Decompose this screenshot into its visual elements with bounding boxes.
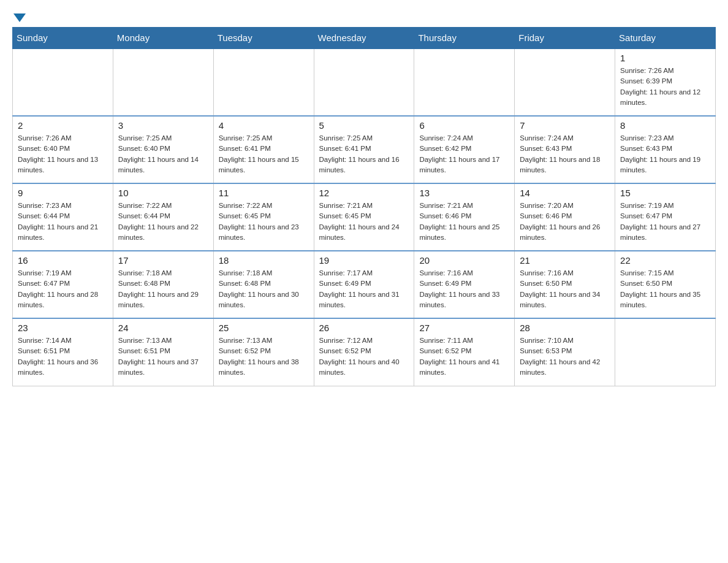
- day-info: Sunrise: 7:12 AMSunset: 6:52 PMDaylight:…: [319, 335, 409, 378]
- calendar-cell: 10Sunrise: 7:22 AMSunset: 6:44 PMDayligh…: [113, 183, 213, 251]
- weekday-header-monday: Monday: [113, 28, 213, 49]
- weekday-header-tuesday: Tuesday: [213, 28, 314, 49]
- week-row-2: 2Sunrise: 7:26 AMSunset: 6:40 PMDaylight…: [13, 116, 716, 183]
- calendar-cell: 15Sunrise: 7:19 AMSunset: 6:47 PMDayligh…: [615, 183, 716, 251]
- calendar-cell: 1Sunrise: 7:26 AMSunset: 6:39 PMDaylight…: [615, 48, 716, 116]
- day-number: 1: [620, 53, 710, 63]
- day-info: Sunrise: 7:13 AMSunset: 6:52 PMDaylight:…: [219, 335, 309, 378]
- day-number: 13: [419, 188, 509, 198]
- calendar-cell: 27Sunrise: 7:11 AMSunset: 6:52 PMDayligh…: [414, 318, 515, 386]
- day-info: Sunrise: 7:25 AMSunset: 6:40 PMDaylight:…: [118, 133, 208, 175]
- week-row-3: 9Sunrise: 7:23 AMSunset: 6:44 PMDaylight…: [13, 183, 716, 251]
- day-number: 20: [419, 255, 509, 266]
- day-number: 25: [219, 323, 309, 333]
- day-info: Sunrise: 7:17 AMSunset: 6:49 PMDaylight:…: [319, 268, 409, 310]
- calendar-cell: 16Sunrise: 7:19 AMSunset: 6:47 PMDayligh…: [13, 251, 113, 318]
- day-number: 16: [18, 255, 108, 266]
- weekday-header-saturday: Saturday: [615, 28, 716, 49]
- calendar-table: SundayMondayTuesdayWednesdayThursdayFrid…: [12, 27, 716, 386]
- calendar-cell: 8Sunrise: 7:23 AMSunset: 6:43 PMDaylight…: [615, 116, 716, 183]
- page-header: [12, 12, 716, 21]
- calendar-cell: 12Sunrise: 7:21 AMSunset: 6:45 PMDayligh…: [314, 183, 414, 251]
- calendar-cell: 7Sunrise: 7:24 AMSunset: 6:43 PMDaylight…: [515, 116, 615, 183]
- day-number: 22: [620, 255, 710, 266]
- day-info: Sunrise: 7:22 AMSunset: 6:45 PMDaylight:…: [219, 201, 309, 243]
- day-number: 26: [319, 323, 409, 333]
- day-info: Sunrise: 7:23 AMSunset: 6:43 PMDaylight:…: [620, 133, 710, 175]
- day-number: 21: [520, 255, 610, 266]
- day-number: 27: [419, 323, 509, 333]
- day-number: 2: [18, 120, 108, 131]
- day-number: 3: [118, 120, 208, 131]
- day-number: 15: [620, 188, 710, 198]
- logo: [12, 12, 26, 21]
- day-info: Sunrise: 7:22 AMSunset: 6:44 PMDaylight:…: [118, 201, 208, 243]
- day-number: 18: [219, 255, 309, 266]
- day-info: Sunrise: 7:10 AMSunset: 6:53 PMDaylight:…: [520, 335, 610, 378]
- calendar-cell: [213, 48, 314, 116]
- day-info: Sunrise: 7:16 AMSunset: 6:49 PMDaylight:…: [419, 268, 509, 310]
- day-number: 17: [118, 255, 208, 266]
- day-number: 4: [219, 120, 309, 131]
- day-number: 12: [319, 188, 409, 198]
- day-info: Sunrise: 7:25 AMSunset: 6:41 PMDaylight:…: [219, 133, 309, 175]
- day-info: Sunrise: 7:21 AMSunset: 6:45 PMDaylight:…: [319, 201, 409, 243]
- calendar-cell: [615, 318, 716, 386]
- day-info: Sunrise: 7:14 AMSunset: 6:51 PMDaylight:…: [18, 335, 108, 378]
- calendar-cell: 2Sunrise: 7:26 AMSunset: 6:40 PMDaylight…: [13, 116, 113, 183]
- day-info: Sunrise: 7:18 AMSunset: 6:48 PMDaylight:…: [219, 268, 309, 310]
- day-info: Sunrise: 7:21 AMSunset: 6:46 PMDaylight:…: [419, 201, 509, 243]
- weekday-header-wednesday: Wednesday: [314, 28, 414, 49]
- day-number: 14: [520, 188, 610, 198]
- calendar-cell: 3Sunrise: 7:25 AMSunset: 6:40 PMDaylight…: [113, 116, 213, 183]
- week-row-5: 23Sunrise: 7:14 AMSunset: 6:51 PMDayligh…: [13, 318, 716, 386]
- calendar-cell: 17Sunrise: 7:18 AMSunset: 6:48 PMDayligh…: [113, 251, 213, 318]
- day-info: Sunrise: 7:19 AMSunset: 6:47 PMDaylight:…: [620, 201, 710, 243]
- day-info: Sunrise: 7:24 AMSunset: 6:43 PMDaylight:…: [520, 133, 610, 175]
- day-number: 9: [18, 188, 108, 198]
- logo-general-text: [12, 12, 26, 22]
- day-number: 8: [620, 120, 710, 131]
- calendar-cell: 21Sunrise: 7:16 AMSunset: 6:50 PMDayligh…: [515, 251, 615, 318]
- calendar-cell: 4Sunrise: 7:25 AMSunset: 6:41 PMDaylight…: [213, 116, 314, 183]
- weekday-header-friday: Friday: [515, 28, 615, 49]
- day-info: Sunrise: 7:16 AMSunset: 6:50 PMDaylight:…: [520, 268, 610, 310]
- day-info: Sunrise: 7:26 AMSunset: 6:40 PMDaylight:…: [18, 133, 108, 175]
- calendar-cell: 14Sunrise: 7:20 AMSunset: 6:46 PMDayligh…: [515, 183, 615, 251]
- calendar-cell: 13Sunrise: 7:21 AMSunset: 6:46 PMDayligh…: [414, 183, 515, 251]
- calendar-cell: 6Sunrise: 7:24 AMSunset: 6:42 PMDaylight…: [414, 116, 515, 183]
- weekday-header-row: SundayMondayTuesdayWednesdayThursdayFrid…: [13, 28, 716, 49]
- calendar-cell: 9Sunrise: 7:23 AMSunset: 6:44 PMDaylight…: [13, 183, 113, 251]
- day-info: Sunrise: 7:24 AMSunset: 6:42 PMDaylight:…: [419, 133, 509, 175]
- calendar-cell: 26Sunrise: 7:12 AMSunset: 6:52 PMDayligh…: [314, 318, 414, 386]
- calendar-cell: 19Sunrise: 7:17 AMSunset: 6:49 PMDayligh…: [314, 251, 414, 318]
- day-info: Sunrise: 7:20 AMSunset: 6:46 PMDaylight:…: [520, 201, 610, 243]
- day-number: 19: [319, 255, 409, 266]
- calendar-cell: [314, 48, 414, 116]
- calendar-cell: 20Sunrise: 7:16 AMSunset: 6:49 PMDayligh…: [414, 251, 515, 318]
- calendar-cell: 28Sunrise: 7:10 AMSunset: 6:53 PMDayligh…: [515, 318, 615, 386]
- calendar-cell: 25Sunrise: 7:13 AMSunset: 6:52 PMDayligh…: [213, 318, 314, 386]
- day-info: Sunrise: 7:19 AMSunset: 6:47 PMDaylight:…: [18, 268, 108, 310]
- day-info: Sunrise: 7:25 AMSunset: 6:41 PMDaylight:…: [319, 133, 409, 175]
- calendar-cell: 18Sunrise: 7:18 AMSunset: 6:48 PMDayligh…: [213, 251, 314, 318]
- day-info: Sunrise: 7:23 AMSunset: 6:44 PMDaylight:…: [18, 201, 108, 243]
- calendar-cell: [113, 48, 213, 116]
- weekday-header-sunday: Sunday: [13, 28, 113, 49]
- calendar-cell: [515, 48, 615, 116]
- day-info: Sunrise: 7:26 AMSunset: 6:39 PMDaylight:…: [620, 66, 710, 108]
- calendar-cell: 22Sunrise: 7:15 AMSunset: 6:50 PMDayligh…: [615, 251, 716, 318]
- calendar-cell: [13, 48, 113, 116]
- calendar-cell: 23Sunrise: 7:14 AMSunset: 6:51 PMDayligh…: [13, 318, 113, 386]
- day-number: 7: [520, 120, 610, 131]
- day-number: 11: [219, 188, 309, 198]
- logo-arrow-icon: [13, 13, 26, 22]
- day-number: 5: [319, 120, 409, 131]
- day-info: Sunrise: 7:18 AMSunset: 6:48 PMDaylight:…: [118, 268, 208, 310]
- day-info: Sunrise: 7:15 AMSunset: 6:50 PMDaylight:…: [620, 268, 710, 310]
- calendar-cell: [414, 48, 515, 116]
- day-info: Sunrise: 7:11 AMSunset: 6:52 PMDaylight:…: [419, 335, 509, 378]
- day-number: 6: [419, 120, 509, 131]
- week-row-4: 16Sunrise: 7:19 AMSunset: 6:47 PMDayligh…: [13, 251, 716, 318]
- calendar-cell: 11Sunrise: 7:22 AMSunset: 6:45 PMDayligh…: [213, 183, 314, 251]
